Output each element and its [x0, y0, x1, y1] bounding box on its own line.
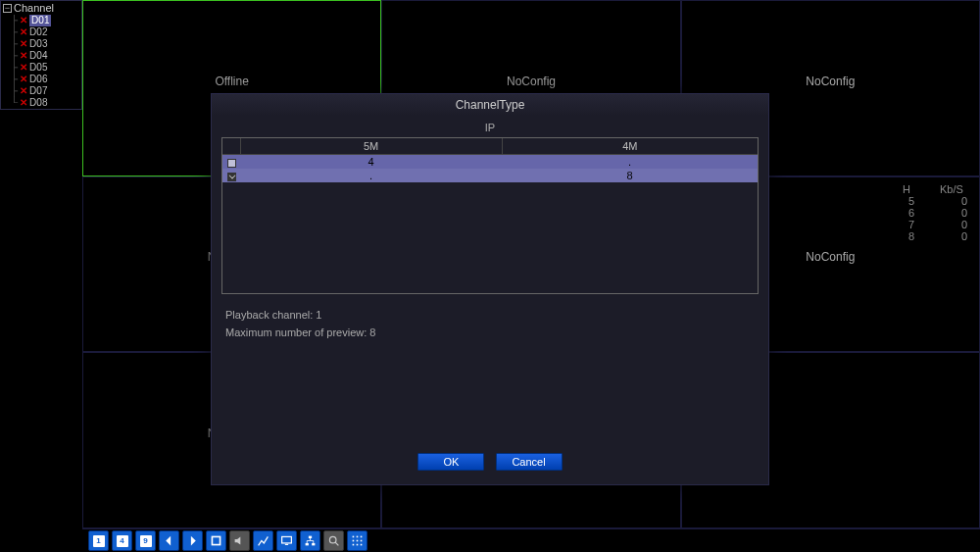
- search-button[interactable]: [323, 530, 344, 551]
- svg-rect-15: [361, 544, 363, 546]
- svg-rect-12: [361, 540, 363, 542]
- column-4m: 4M: [502, 138, 758, 155]
- channel-type-dialog: ChannelType IP 5M 4M 4..8 Playback chann…: [211, 93, 769, 485]
- channel-label: D08: [29, 97, 47, 109]
- svg-rect-7: [353, 536, 355, 538]
- channel-label: D04: [29, 50, 47, 62]
- cell-4m: .: [502, 155, 758, 170]
- svg-rect-0: [212, 536, 220, 544]
- channel-label: D02: [29, 26, 47, 38]
- channel-panel: − Channel ├✕D01├✕D02├✕D03├✕D04├✕D05├✕D06…: [0, 0, 82, 110]
- close-icon: ✕: [20, 85, 27, 97]
- fullscreen-button[interactable]: [206, 530, 226, 551]
- close-icon: ✕: [20, 74, 27, 85]
- svg-rect-9: [361, 536, 363, 538]
- close-icon: ✕: [20, 97, 27, 109]
- dialog-title: ChannelType: [212, 94, 768, 116]
- ok-button[interactable]: OK: [417, 453, 484, 471]
- grid-button[interactable]: [347, 530, 368, 551]
- channel-panel-title: − Channel: [3, 2, 79, 14]
- view-9-button[interactable]: 9: [135, 530, 156, 551]
- cancel-button[interactable]: Cancel: [496, 453, 563, 471]
- svg-point-6: [329, 536, 336, 543]
- channel-item-d03[interactable]: ├✕D03: [11, 38, 79, 50]
- close-icon: ✕: [20, 62, 27, 74]
- prev-button[interactable]: [159, 530, 179, 551]
- row-checkbox[interactable]: [227, 173, 236, 181]
- cell-status: NoConfig: [806, 75, 855, 88]
- channel-label: D07: [29, 85, 47, 97]
- network-button[interactable]: [300, 530, 320, 551]
- max-preview-line: Maximum number of preview: 8: [225, 324, 755, 341]
- svg-rect-3: [309, 536, 312, 538]
- channel-list: ├✕D01├✕D02├✕D03├✕D04├✕D05├✕D06├✕D07└✕D08: [11, 15, 79, 109]
- next-button[interactable]: [182, 530, 203, 551]
- channel-type-table: 5M 4M 4..8: [221, 137, 759, 294]
- volume-button[interactable]: [229, 530, 250, 551]
- row-checkbox[interactable]: [227, 159, 236, 168]
- channel-label: D03: [29, 38, 47, 50]
- table-row[interactable]: .8: [222, 169, 758, 182]
- cell-status: NoConfig: [507, 75, 556, 88]
- svg-rect-10: [353, 540, 355, 542]
- channel-label: D05: [29, 62, 47, 74]
- channel-item-d05[interactable]: ├✕D05: [11, 62, 79, 74]
- table-row[interactable]: 4.: [222, 155, 758, 170]
- playback-channel-line: Playback channel: 1: [225, 306, 755, 324]
- cell-status: NoConfig: [806, 250, 855, 264]
- svg-rect-5: [312, 543, 315, 545]
- dialog-info: Playback channel: 1 Maximum number of pr…: [225, 306, 755, 341]
- svg-rect-4: [306, 543, 309, 545]
- cell-5m: 4: [240, 155, 502, 170]
- channel-panel-label: Channel: [14, 2, 54, 14]
- toolbar: 149: [82, 528, 980, 552]
- svg-rect-1: [282, 536, 292, 543]
- channel-item-d01[interactable]: ├✕D01: [11, 15, 79, 26]
- cell-4m: 8: [502, 169, 758, 182]
- column-5m: 5M: [240, 138, 502, 155]
- channel-item-d04[interactable]: ├✕D04: [11, 50, 79, 62]
- cell-status: Offline: [215, 75, 248, 88]
- channel-item-d07[interactable]: ├✕D07: [11, 85, 79, 97]
- dialog-buttons: OK Cancel: [212, 443, 768, 484]
- close-icon: ✕: [20, 26, 27, 38]
- channel-item-d08[interactable]: └✕D08: [11, 97, 79, 109]
- svg-rect-2: [285, 544, 288, 545]
- close-icon: ✕: [20, 15, 27, 26]
- monitor-button[interactable]: [276, 530, 297, 551]
- dialog-subtitle: IP: [212, 116, 768, 137]
- view-1-button[interactable]: 1: [88, 530, 109, 551]
- svg-rect-11: [357, 540, 359, 542]
- cell-5m: .: [240, 169, 502, 182]
- channel-item-d02[interactable]: ├✕D02: [11, 26, 79, 38]
- channel-label: D01: [29, 15, 51, 26]
- bitrate-stats: HKb/S50607080: [903, 183, 967, 242]
- view-4-button[interactable]: 4: [112, 530, 132, 551]
- close-icon: ✕: [20, 38, 27, 50]
- chart-button[interactable]: [253, 530, 273, 551]
- svg-rect-13: [353, 544, 355, 546]
- collapse-icon[interactable]: −: [3, 4, 12, 13]
- close-icon: ✕: [20, 50, 27, 62]
- svg-rect-14: [357, 544, 359, 546]
- channel-label: D06: [29, 74, 47, 85]
- svg-rect-8: [357, 536, 359, 538]
- channel-item-d06[interactable]: ├✕D06: [11, 74, 79, 85]
